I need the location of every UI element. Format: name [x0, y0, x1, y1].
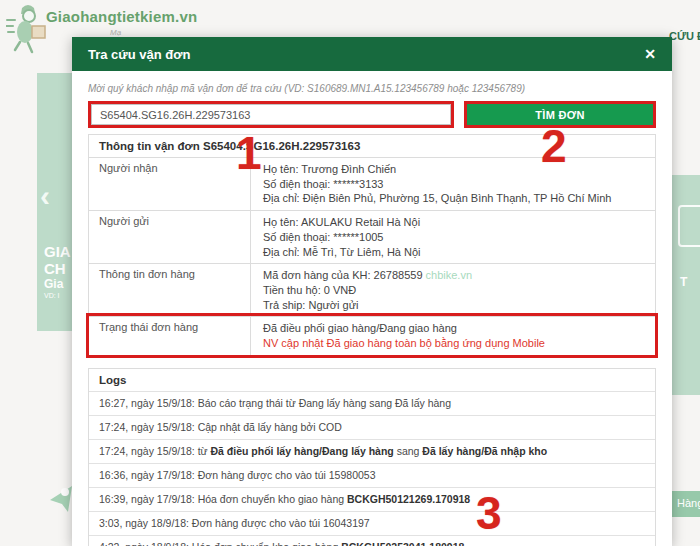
annotation-number-2: 2: [541, 119, 567, 173]
shipment-info-table: Thông tin vận đơn S65404.SG16.26H.229573…: [88, 134, 656, 356]
delivery-man-icon: [6, 2, 50, 54]
info-line: Họ tên: Trương Đình Chiến: [263, 162, 643, 177]
text-segment: Mã đơn hàng của KH: 26788559: [263, 269, 423, 281]
text-segment: chbike.vn: [423, 269, 473, 281]
banner-line: GIA: [44, 243, 71, 260]
log-row: 16:27, ngày 15/9/18: Báo cáo trạng thái …: [89, 391, 655, 415]
log-row: 17:24, ngày 15/9/18: Cập nhật đã lấy hàn…: [89, 415, 655, 439]
input-annotation-box: [88, 101, 454, 128]
modal-header: Tra cứu vận đơn ✕: [72, 37, 672, 71]
annotation-number-3: 3: [476, 486, 502, 540]
carousel-banner-left: ‹ GIA CH Gia VD: I: [37, 73, 72, 331]
info-row: Thông tin đơn hàngMã đơn hàng của KH: 26…: [89, 263, 655, 316]
logo-text[interactable]: Giaohangtietkiem.vn: [46, 8, 197, 25]
info-line: Địa chỉ: Mễ Trì, Từ Liêm, Hà Nội: [263, 245, 643, 260]
paper-plane-icon: [48, 480, 74, 514]
logo-tagline-fragment: Mạ: [110, 28, 121, 37]
annotation-number-1: 1: [236, 126, 262, 180]
text-segment: BCKGH50121269.170918: [347, 493, 470, 505]
text-segment: Địa chỉ: Điện Biên Phủ, Phường 15, Quận …: [263, 192, 611, 204]
info-row: Người gửiHọ tên: AKULAKU Retail Hà NộiSố…: [89, 210, 655, 263]
logs-title: Logs: [89, 369, 655, 391]
text-segment: Đã điều phối giao hàng/Đang giao hàng: [263, 322, 457, 334]
info-row-value: Mã đơn hàng của KH: 26788559 chbike.vnTi…: [251, 264, 655, 316]
text-segment: 16:39, ngày 17/9/18: Hóa đơn chuyển kho …: [99, 493, 347, 505]
banner-letter-fragment: T: [680, 275, 687, 289]
log-row: 3:03, ngày 18/9/18: Đơn hàng được cho và…: [89, 511, 655, 535]
info-line: Địa chỉ: Điện Biên Phủ, Phường 15, Quận …: [263, 191, 643, 206]
banner-line: CH: [44, 260, 71, 277]
info-row-value: Họ tên: AKULAKU Retail Hà NộiSố điện tho…: [251, 211, 655, 263]
tracking-modal: Tra cứu vận đơn ✕ Mời quý khách nhập mã …: [72, 37, 672, 546]
text-segment: 4:22, ngày 18/9/18: Hóa đơn chuyển kho g…: [99, 541, 341, 546]
logs-table: Logs 16:27, ngày 15/9/18: Báo cáo trạng …: [88, 368, 656, 546]
log-row: 4:22, ngày 18/9/18: Hóa đơn chuyển kho g…: [89, 535, 655, 546]
text-segment: 17:24, ngày 15/9/18: Cập nhật đã lấy hàn…: [99, 421, 342, 433]
info-line: Mã đơn hàng của KH: 26788559 chbike.vn: [263, 268, 643, 283]
info-row: Trạng thái đơn hàngĐã điều phối giao hàn…: [89, 316, 655, 354]
text-segment: Đã điều phối lấy hàng/Đang lấy hàng: [211, 445, 394, 457]
info-row-value: Họ tên: Trương Đình ChiếnSố điện thoại: …: [251, 158, 655, 210]
hang-label: Hàng: [672, 491, 700, 517]
text-segment: Họ tên: AKULAKU Retail Hà Nội: [263, 216, 420, 228]
text-segment: Trả ship: Người gửi: [263, 299, 359, 311]
info-line: Tiền thu hộ: 0 VNĐ: [263, 283, 643, 298]
info-row-label: Trạng thái đơn hàng: [89, 317, 251, 354]
text-segment: Địa chỉ: Mễ Trì, Từ Liêm, Hà Nội: [263, 246, 421, 258]
text-segment: sang: [394, 445, 423, 457]
banner-text-fragment: GIA CH Gia VD: I: [44, 243, 71, 301]
info-line: Số điện thoại: ******1005: [263, 230, 643, 245]
modal-title: Tra cứu vận đơn: [88, 47, 190, 62]
log-row: 16:39, ngày 17/9/18: Hóa đơn chuyển kho …: [89, 487, 655, 511]
text-segment: Đã lấy hàng/Đã nhập kho: [422, 445, 547, 457]
info-row-label: Người gửi: [89, 211, 251, 263]
close-icon[interactable]: ✕: [644, 46, 656, 62]
carousel-prev-icon[interactable]: ‹: [40, 181, 50, 211]
info-line: NV cập nhật Đã giao hàng toàn bộ bằng ứn…: [263, 336, 643, 351]
text-segment: 17:24, ngày 15/9/18: từ: [99, 445, 211, 457]
page-background: Giaohangtietkiem.vn Mạ CỨU Đ ‹ GIA CH Gi…: [0, 0, 700, 546]
log-row: 16:36, ngày 17/9/18: Đơn hàng được cho v…: [89, 463, 655, 487]
info-line: Trả ship: Người gửi: [263, 298, 643, 313]
shipment-info-title: Thông tin vận đơn S65404.SG16.26H.229573…: [89, 135, 655, 157]
nav-link-fragment[interactable]: CỨU Đ: [669, 30, 700, 42]
banner-line: VD: I: [44, 291, 71, 301]
info-row-label: Thông tin đơn hàng: [89, 264, 251, 316]
text-segment: 16:27, ngày 15/9/18: Báo cáo trạng thái …: [99, 397, 451, 409]
tracking-code-input[interactable]: [91, 104, 451, 125]
text-segment: Số điện thoại: ******1005: [263, 231, 383, 243]
text-segment: Tiền thu hộ: 0 VNĐ: [263, 284, 356, 296]
info-row: Người nhậnHọ tên: Trương Đình ChiếnSố đi…: [89, 157, 655, 210]
banner-line: Gia: [44, 277, 71, 291]
info-row-label: Người nhận: [89, 158, 251, 210]
info-line: Đã điều phối giao hàng/Đang giao hàng: [263, 321, 643, 336]
info-row-value: Đã điều phối giao hàng/Đang giao hàngNV …: [251, 317, 655, 354]
text-segment: Họ tên: Trương Đình Chiến: [263, 163, 396, 175]
text-segment: Số điện thoại: ******3133: [263, 178, 383, 190]
logo: [6, 2, 50, 54]
info-line: Họ tên: AKULAKU Retail Hà Nội: [263, 215, 643, 230]
text-segment: 3:03, ngày 18/9/18: Đơn hàng được cho và…: [99, 517, 370, 529]
text-segment: NV cập nhật Đã giao hàng toàn bộ bằng ứn…: [263, 337, 545, 349]
text-segment: BCKGH50253041.180918: [341, 541, 464, 546]
text-segment: 16:36, ngày 17/9/18: Đơn hàng được cho v…: [99, 469, 376, 481]
instruction-text: Mời quý khách nhập mã vận đơn để tra cứu…: [88, 83, 656, 94]
search-row: TÌM ĐƠN: [88, 101, 656, 128]
info-line: Số điện thoại: ******3133: [263, 177, 643, 192]
carousel-banner-right: T: [672, 175, 700, 395]
banner-button-outline: [678, 205, 700, 247]
modal-body: Mời quý khách nhập mã vận đơn để tra cứu…: [72, 71, 672, 546]
log-row: 17:24, ngày 15/9/18: từ Đã điều phối lấy…: [89, 439, 655, 463]
